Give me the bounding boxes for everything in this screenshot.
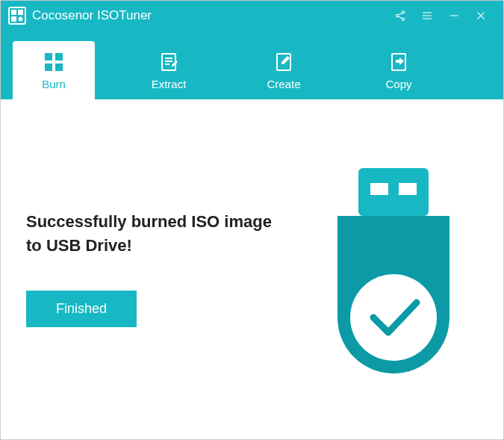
tab-create[interactable]: Create xyxy=(243,41,325,99)
svg-rect-29 xyxy=(370,183,388,195)
finished-button[interactable]: Finished xyxy=(26,291,137,327)
tab-label: Create xyxy=(267,78,300,90)
main-content: Successfully burned ISO image to USB Dri… xyxy=(1,99,503,439)
svg-rect-18 xyxy=(45,53,52,61)
extract-icon xyxy=(158,51,180,73)
svg-rect-20 xyxy=(45,63,52,71)
close-icon[interactable] xyxy=(467,1,494,31)
title-bar: Cocosenor ISOTuner xyxy=(1,1,503,31)
svg-rect-28 xyxy=(358,168,429,216)
svg-point-9 xyxy=(402,18,404,20)
svg-line-10 xyxy=(398,13,402,15)
minimize-icon[interactable] xyxy=(441,1,467,31)
svg-rect-3 xyxy=(11,16,16,22)
create-icon xyxy=(273,51,295,73)
svg-rect-30 xyxy=(399,183,417,195)
burn-icon xyxy=(43,51,65,73)
svg-rect-1 xyxy=(11,10,16,15)
copy-icon xyxy=(388,51,410,73)
share-icon[interactable] xyxy=(387,1,414,31)
app-logo-icon xyxy=(8,7,26,25)
svg-rect-21 xyxy=(55,63,63,71)
tab-bar: Burn Extract Create xyxy=(1,31,503,99)
svg-rect-19 xyxy=(55,53,63,61)
tab-label: Burn xyxy=(42,78,66,90)
tab-extract[interactable]: Extract xyxy=(128,41,210,99)
usb-success-icon xyxy=(315,168,472,400)
app-window: Cocosenor ISOTuner xyxy=(0,0,504,440)
app-title: Cocosenor ISOTuner xyxy=(32,8,152,23)
svg-line-11 xyxy=(398,16,402,19)
tab-label: Copy xyxy=(385,78,411,90)
svg-point-7 xyxy=(402,11,404,13)
tab-label: Extract xyxy=(152,78,187,90)
success-message: Successfully burned ISO image to USB Dri… xyxy=(26,210,280,258)
tab-copy[interactable]: Copy xyxy=(358,41,440,99)
tab-burn[interactable]: Burn xyxy=(13,41,95,99)
svg-rect-2 xyxy=(18,10,23,15)
menu-icon[interactable] xyxy=(414,1,441,31)
svg-point-31 xyxy=(350,274,437,361)
svg-point-8 xyxy=(396,14,398,16)
